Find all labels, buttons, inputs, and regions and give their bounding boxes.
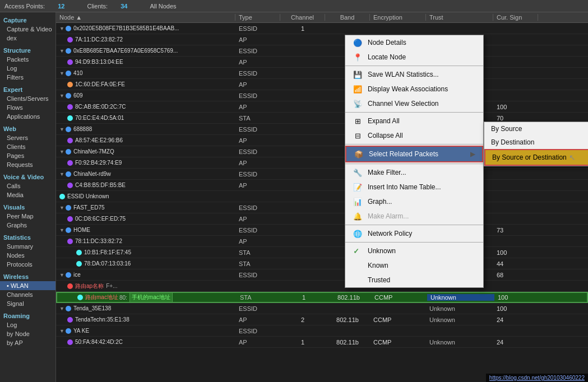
menu-item-channel-view[interactable]: 📡 Channel View Selection	[345, 96, 483, 111]
th-type: Type	[235, 14, 280, 21]
menu-item-network-policy[interactable]: 🌐 Network Policy	[345, 226, 483, 241]
table-row[interactable]: 8C:AB:8E:0D:2C:7C AP Unknown 100	[56, 101, 588, 113]
sidebar-item-calls[interactable]: Calls	[0, 181, 55, 190]
table-row[interactable]: ▼ 609 ESSID	[56, 90, 588, 101]
sidebar-item-summary[interactable]: Summary	[0, 242, 55, 251]
sidebar: Capture Capture & Video dex Structure Pa…	[0, 12, 56, 382]
separator	[345, 164, 483, 164]
menu-item-insert-name-table[interactable]: 📝 Insert Into Name Table...	[345, 180, 483, 194]
sidebar-item-packets[interactable]: Packets	[0, 55, 55, 64]
sidebar-item-flows[interactable]: Flows	[0, 103, 55, 112]
table-row[interactable]: 10:B1:F8:1F:E7:45 STA Unknown 100	[56, 247, 588, 258]
make-filter-icon: 🔧	[352, 168, 363, 177]
sidebar-item-graphs[interactable]: Graphs	[0, 221, 55, 230]
sidebar-item-by-node[interactable]: by Node	[0, 329, 55, 338]
th-encryption: Encryption	[370, 14, 426, 21]
menu-item-expand-all[interactable]: ⊞ Expand All	[345, 114, 483, 128]
table-row[interactable]: 78:11:DC:33:82:72 AP	[56, 236, 588, 247]
menu-item-trusted[interactable]: Trusted	[345, 273, 483, 287]
menu-item-display-weak[interactable]: 📶 Display Weak Associations	[345, 82, 483, 96]
footer-url[interactable]: https://blog.csdn.net/gh201030460222	[486, 374, 588, 382]
table-row[interactable]: ▼ 410 ESSID	[56, 68, 588, 79]
alarm-icon: 🔔	[352, 212, 363, 221]
submenu-item-by-source[interactable]: By Source	[484, 122, 588, 136]
table-row[interactable]: ▼ 0xE8B685E7BAA7E697A0E6958C5769... ESSI…	[56, 45, 588, 57]
sidebar-item-filters[interactable]: Filters	[0, 73, 55, 82]
menu-item-make-filter[interactable]: 🔧 Make Filter...	[345, 165, 483, 180]
sidebar-item-signal[interactable]: Signal	[0, 299, 55, 308]
table-row-selected[interactable]: 路由mac地址 80: 手机的mac地址 STA 1 802.11b CCMP …	[56, 292, 588, 303]
sidebar-item-media[interactable]: Media	[0, 190, 55, 199]
checkbox-empty-icon	[352, 261, 363, 270]
content-area: Node ▲ Type Channel Band Encryption Trus…	[56, 12, 588, 382]
table-row[interactable]: ▼ ice ESSID Unknown 68	[56, 269, 588, 281]
menu-item-collapse-all[interactable]: ⊟ Collapse All	[345, 128, 483, 143]
top-bar: Access Points: 12 Clients: 34 All Nodes	[0, 0, 588, 12]
table-row[interactable]: ESSID Unknown	[56, 191, 588, 202]
sidebar-item-pages[interactable]: Pages	[0, 151, 55, 160]
sidebar-item-dex[interactable]: dex	[0, 34, 55, 43]
menu-item-save-wlan[interactable]: 💾 Save WLAN Statistics...	[345, 67, 483, 82]
checkbox-checked-icon: ✓	[352, 246, 363, 255]
sidebar-item-roaming-log[interactable]: Log	[0, 320, 55, 329]
table-row[interactable]: 94:D9:B3:13:04:EE AP Unknown	[56, 57, 588, 68]
submenu[interactable]: By Source By Destination By Source or De…	[484, 122, 588, 166]
table-row[interactable]: 路由ap名称 F+...	[56, 281, 588, 292]
context-menu[interactable]: 🔵 Node Details 📍 Locate Node 💾 Save WLAN…	[345, 35, 484, 288]
menu-item-node-details[interactable]: 🔵 Node Details	[345, 35, 483, 50]
sidebar-section-roaming: Roaming	[0, 310, 55, 320]
sidebar-section-wireless: Wireless	[0, 271, 55, 281]
table-row[interactable]: ▼ 0x2020E5B08FE7B1B3E585B1E4BAAB... ESSI…	[56, 23, 588, 34]
sidebar-item-applications[interactable]: Applications	[0, 112, 55, 121]
table-row[interactable]: TendaTechn:35:E1:38 AP 2 802.11b CCMP Un…	[56, 314, 588, 325]
table-row[interactable]: ▼ FAST_ED75 ESSID	[56, 202, 588, 213]
th-band: Band	[325, 14, 370, 21]
clients-label: Clients: 34	[87, 3, 138, 10]
sidebar-item-clients-servers[interactable]: Clients/Servers	[0, 94, 55, 103]
table-row[interactable]: 7A:11:DC:23:82:72 AP Unknown	[56, 34, 588, 45]
channel-view-icon: 📡	[352, 99, 363, 108]
sidebar-item-servers[interactable]: Servers	[0, 133, 55, 142]
table-row[interactable]: 1C:60:DE:FA:0E:FE AP Unknown	[56, 79, 588, 90]
table-body[interactable]: ▼ 0x2020E5B08FE7B1B3E585B1E4BAAB... ESSI…	[56, 23, 588, 382]
sidebar-item-nodes[interactable]: Nodes	[0, 251, 55, 260]
menu-item-select-related-packets[interactable]: 📦 Select Related Packets ▶	[345, 146, 483, 162]
sidebar-item-capture-video[interactable]: Capture & Video	[0, 25, 55, 34]
select-packets-icon: 📦	[353, 150, 364, 159]
menu-item-unknown[interactable]: ✓ Unknown	[345, 244, 483, 258]
submenu-arrow: ▶	[470, 150, 475, 158]
th-node: Node ▲	[56, 14, 235, 21]
separator	[345, 112, 483, 113]
expand-all-icon: ⊞	[352, 117, 363, 125]
sidebar-section-statistics: Statistics	[0, 232, 55, 242]
sidebar-item-protocols[interactable]: Protocols	[0, 260, 55, 269]
display-weak-icon: 📶	[352, 85, 363, 94]
all-nodes-label: All Nodes	[150, 3, 176, 10]
save-icon: 💾	[352, 70, 363, 79]
th-trust: Trust	[426, 14, 493, 21]
table-row[interactable]: ▼ ChinaNet-rd9w ESSID	[56, 169, 588, 180]
table-row[interactable]: ▼ YA KE ESSID	[56, 325, 588, 337]
submenu-item-by-source-or-destination[interactable]: By Source or Destination ↖	[484, 149, 588, 166]
table-row[interactable]: 78:DA:07:13:03:16 STA Unknown 44	[56, 258, 588, 269]
sidebar-item-channels[interactable]: Channels	[0, 290, 55, 299]
menu-item-graph[interactable]: 📊 Graph...	[345, 194, 483, 209]
menu-item-locate-node[interactable]: 📍 Locate Node	[345, 50, 483, 64]
table-row[interactable]: 50:FA:84:42:4D:2C AP 1 802.11b CCMP Unkn…	[56, 337, 588, 348]
table-row[interactable]: ▼ Tenda_35E138 ESSID Unknown 100	[56, 303, 588, 314]
sidebar-item-clients[interactable]: Clients	[0, 142, 55, 151]
sidebar-item-by-ap[interactable]: by AP	[0, 338, 55, 347]
network-policy-icon: 🌐	[352, 229, 363, 238]
sidebar-item-requests[interactable]: Requests	[0, 160, 55, 169]
table-row[interactable]: 0C:D8:6C:EF:ED:75 AP	[56, 213, 588, 225]
main-layout: Capture Capture & Video dex Structure Pa…	[0, 12, 588, 382]
table-row[interactable]: ▼ HOME ESSID Unknown 73	[56, 225, 588, 236]
submenu-item-by-destination[interactable]: By Destination	[484, 136, 588, 149]
table-row[interactable]: C4:B8:B5:DF:B5:BE AP	[56, 180, 588, 191]
sidebar-section-expert: Expert	[0, 84, 55, 94]
sidebar-item-log[interactable]: Log	[0, 64, 55, 73]
sidebar-section-capture: Capture	[0, 15, 55, 25]
sidebar-item-peer-map[interactable]: Peer Map	[0, 212, 55, 221]
sidebar-item-wlan[interactable]: • WLAN	[0, 281, 55, 290]
menu-item-known[interactable]: Known	[345, 258, 483, 273]
